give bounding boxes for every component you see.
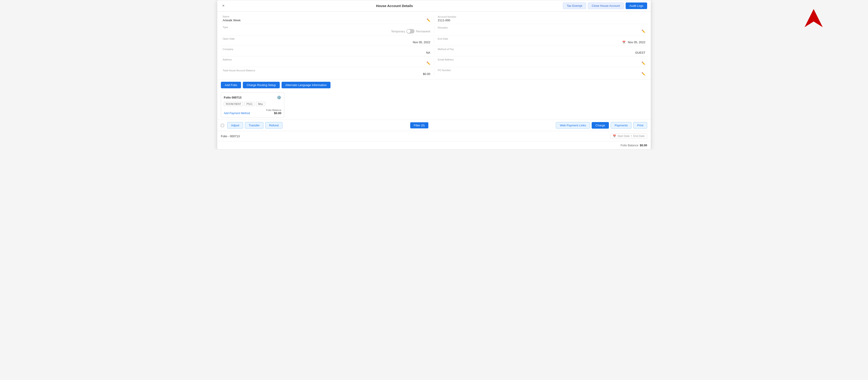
account-number-value: 2111-000 xyxy=(438,19,646,22)
filter-button[interactable]: Filter (0) xyxy=(410,122,428,128)
tag-ps11: PS11 xyxy=(244,102,255,106)
refund-button[interactable]: Refund xyxy=(265,122,282,129)
footer-balance-label: Folio Balance xyxy=(621,144,639,147)
start-date-placeholder: Start Date xyxy=(618,134,630,138)
type-label: Type xyxy=(223,26,430,29)
tag-misc: Misc xyxy=(256,102,265,106)
method-of-pay-value: GUEST xyxy=(635,51,645,54)
close-button[interactable]: × xyxy=(221,3,226,9)
po-number-label: PO Number xyxy=(438,69,646,71)
svg-marker-0 xyxy=(805,9,823,27)
add-payment-method-link[interactable]: Add Payment Method xyxy=(224,112,250,115)
po-number-edit-icon[interactable]: ✏️ xyxy=(642,72,645,76)
end-date-value: Nov 05, 2022 xyxy=(628,40,645,44)
folio-card: Folio 000713 ⚙️ ROOM RENT PS11 Misc Add … xyxy=(221,92,284,118)
web-payment-links-button[interactable]: Web Payment Links xyxy=(556,122,590,129)
date-range-calendar-icon: 📅 xyxy=(613,134,616,138)
select-all-checkbox[interactable] xyxy=(221,124,224,127)
audit-logs-button[interactable]: Audit Logs xyxy=(626,2,647,9)
date-range-picker[interactable]: 📅 Start Date • End Date xyxy=(610,133,647,139)
folio-settings-icon[interactable]: ⚙️ xyxy=(277,95,281,100)
total-balance-label: Total House Account Balance xyxy=(223,69,430,72)
close-house-account-button[interactable]: Close House Account xyxy=(588,2,624,9)
type-toggle[interactable] xyxy=(406,29,414,33)
total-balance-value: $0.00 xyxy=(423,72,430,76)
footer-balance-amount: $0.00 xyxy=(640,144,647,147)
name-label: Name xyxy=(223,15,430,18)
modal-title: House Account Details xyxy=(226,4,563,8)
name-value: Artwalk Week ✏️ xyxy=(223,18,430,22)
print-button[interactable]: Print xyxy=(633,122,647,129)
folio-balance-amount: $0.00 xyxy=(266,112,281,115)
end-date-label: End Date xyxy=(438,37,646,40)
end-date-placeholder: End Date xyxy=(633,134,645,138)
open-date-label: Open Date xyxy=(223,37,430,40)
remarks-label: Remarks xyxy=(438,26,646,29)
address-label: Address xyxy=(223,58,430,61)
company-value: NA xyxy=(426,51,430,54)
account-number-label: Account Number xyxy=(438,15,646,18)
email-address-label: Email Address xyxy=(438,58,646,61)
charge-routing-setup-button[interactable]: Charge Routing Setup xyxy=(243,82,280,88)
transfer-button[interactable]: Transfer xyxy=(245,122,264,129)
tax-exempt-button[interactable]: Tax Exempt xyxy=(563,2,586,9)
payments-button[interactable]: Payments xyxy=(611,122,631,129)
open-date-value: Nov 05, 2022 xyxy=(413,40,430,44)
end-date-calendar-icon: 📅 xyxy=(622,41,626,44)
folio-balance-label: Folio Balance xyxy=(266,109,281,112)
permanent-label: Permanent xyxy=(416,30,430,33)
address-edit-icon[interactable]: ✏️ xyxy=(427,61,430,65)
remarks-edit-icon[interactable]: ✏️ xyxy=(642,29,645,33)
tag-room-rent: ROOM RENT xyxy=(224,102,243,106)
arrow-indicator xyxy=(805,9,823,28)
method-of-pay-label: Method of Pay xyxy=(438,48,646,51)
alternate-language-info-button[interactable]: Alternate Language Information xyxy=(282,82,331,88)
charge-button[interactable]: Charge xyxy=(592,122,609,129)
email-edit-icon[interactable]: ✏️ xyxy=(642,61,645,65)
temporary-label: Temporary xyxy=(391,30,405,33)
folio-title-text: Folio 000713 xyxy=(224,96,242,99)
company-label: Company xyxy=(223,48,430,51)
folio-detail-label: Folio - 000713 xyxy=(221,134,240,138)
adjust-button[interactable]: Adjust xyxy=(227,122,243,129)
add-folio-button[interactable]: Add Folio xyxy=(221,82,241,88)
name-edit-icon[interactable]: ✏️ xyxy=(427,18,430,22)
